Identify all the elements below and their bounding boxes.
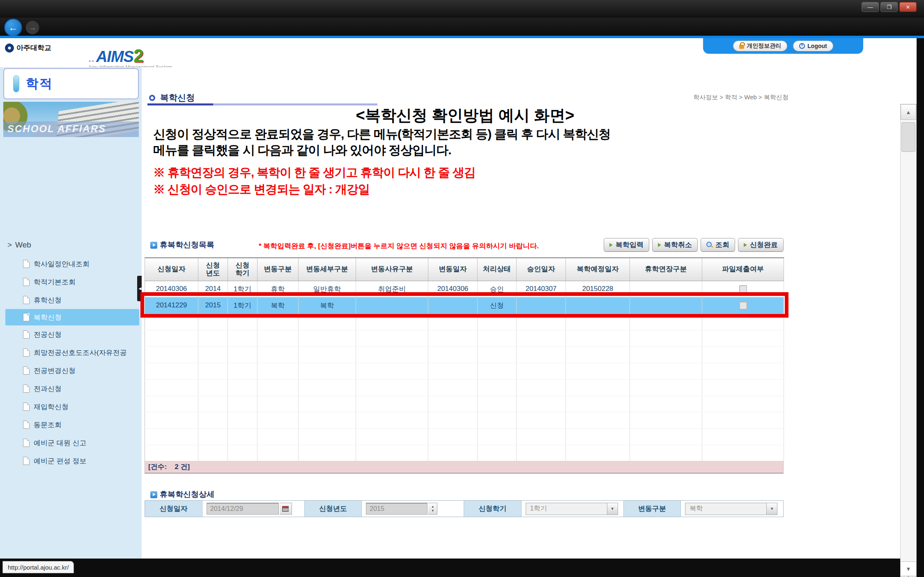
logout-button[interactable]: Logout bbox=[793, 41, 833, 51]
back-button[interactable]: ← bbox=[4, 18, 22, 37]
toolbar-button-1[interactable]: 복학취소 bbox=[652, 238, 698, 252]
sidebar-item-2[interactable]: 휴학신청 bbox=[0, 291, 142, 309]
select-2[interactable]: 1학기▼ bbox=[526, 503, 618, 515]
document-icon bbox=[23, 385, 30, 393]
empty-cell bbox=[198, 346, 228, 363]
empty-cell bbox=[517, 346, 566, 363]
photo-caption: SCHOOL AFFIARS bbox=[7, 123, 106, 135]
sidebar-item-6[interactable]: 전공변경신청 bbox=[0, 362, 142, 380]
scroll-thumb[interactable] bbox=[901, 122, 915, 152]
record-count: [건수: 2 건] bbox=[145, 461, 784, 474]
sidebar-item-0[interactable]: 학사일정안내조회 bbox=[0, 255, 142, 273]
chevron-down-icon: ▼ bbox=[607, 503, 618, 515]
minimize-button[interactable]: — bbox=[862, 2, 879, 12]
empty-cell bbox=[145, 396, 198, 412]
sidebar-item-9[interactable]: 동문조회 bbox=[0, 416, 142, 434]
empty-cell bbox=[145, 363, 198, 379]
empty-cell bbox=[257, 346, 299, 363]
list-warning: * 복학입력완료 후, [신청완료]버튼을 누르지 않으면 신청되지 않음을 유… bbox=[259, 241, 539, 251]
empty-cell bbox=[228, 412, 257, 428]
sidebar-item-4[interactable]: 전공신청 bbox=[0, 325, 142, 343]
document-icon bbox=[23, 278, 30, 286]
university-logo[interactable]: 아주대학교 bbox=[5, 43, 51, 53]
spinner-control[interactable]: ▲▼ bbox=[428, 503, 437, 515]
toolbar-button-label: 복학취소 bbox=[664, 240, 692, 250]
empty-cell bbox=[257, 330, 299, 346]
toolbar-button-3[interactable]: 신청완료 bbox=[738, 238, 784, 252]
sidebar-item-5[interactable]: 희망전공선호도조사(자유전공 bbox=[0, 343, 142, 362]
sidebar-item-8[interactable]: 재입학신청 bbox=[0, 398, 142, 416]
empty-cell bbox=[517, 428, 566, 445]
vertical-scrollbar[interactable]: ▲ ▼ bbox=[900, 104, 917, 577]
empty-row bbox=[145, 428, 784, 445]
university-name: 아주대학교 bbox=[16, 43, 51, 53]
empty-cell bbox=[702, 445, 784, 461]
sidebar-item-10[interactable]: 예비군 대원 신고 bbox=[0, 434, 142, 452]
close-button[interactable]: ✕ bbox=[899, 2, 917, 12]
empty-cell bbox=[145, 412, 198, 428]
sidebar-item-3[interactable]: 복학신청 bbox=[5, 309, 139, 325]
column-header-3: 변동구분 bbox=[257, 258, 299, 281]
aims2-logo[interactable]: .. AIMS2 Ajou Information Management Sys… bbox=[88, 46, 172, 70]
application-list-table: 신청일자신청 년도신청 학기변동구분변동세부구분변동사유구분변동일자처리상태승인… bbox=[145, 257, 784, 462]
sidebar-item-1[interactable]: 학적기본조회 bbox=[0, 273, 142, 291]
empty-cell bbox=[257, 412, 299, 428]
empty-cell bbox=[702, 363, 784, 379]
select-3[interactable]: 복학▼ bbox=[685, 503, 777, 515]
document-icon bbox=[23, 439, 30, 447]
empty-cell bbox=[517, 379, 566, 396]
empty-cell bbox=[356, 445, 428, 461]
empty-cell bbox=[198, 379, 228, 396]
maximize-button[interactable]: ❐ bbox=[880, 2, 898, 12]
sidebar-group-web[interactable]: > Web bbox=[7, 240, 31, 250]
year-input[interactable]: 2015 bbox=[366, 503, 428, 515]
empty-cell bbox=[566, 346, 630, 363]
empty-cell bbox=[356, 379, 428, 396]
empty-cell bbox=[428, 445, 478, 461]
sidebar-item-11[interactable]: 예비군 편성 정보 bbox=[0, 452, 142, 470]
table-row-highlighted[interactable]: 2014122920151학기복학복학신청 bbox=[145, 297, 784, 314]
status-bar-url: http://portal.ajou.ac.kr/ bbox=[2, 561, 74, 573]
notice-red1: ※ 휴학연장의 경우, 복학이 한 줄 생기고 휴학이 다시 한 줄 생김 bbox=[153, 165, 476, 181]
empty-cell bbox=[478, 379, 517, 396]
detail-title: 휴복학신청상세 bbox=[160, 489, 214, 500]
search-icon bbox=[706, 242, 713, 248]
sidebar-item-label: 재입학신청 bbox=[34, 402, 69, 412]
toolbar-button-2[interactable]: 조회 bbox=[701, 238, 735, 252]
empty-cell bbox=[566, 314, 630, 330]
forward-button[interactable]: → bbox=[25, 21, 39, 34]
document-icon bbox=[23, 403, 30, 411]
sidebar-item-label: 희망전공선호도조사(자유전공 bbox=[34, 348, 127, 357]
sidebar-menu: 학사일정안내조회학적기본조회휴학신청복학신청전공신청희망전공선호도조사(자유전공… bbox=[0, 255, 142, 470]
empty-row bbox=[145, 346, 784, 363]
empty-cell bbox=[566, 428, 630, 445]
privacy-button[interactable]: 개인정보관리 bbox=[733, 41, 787, 51]
table-row[interactable]: 2014030620141학기휴학일반휴학취업준비20140306승인20140… bbox=[145, 281, 784, 297]
detail-field-1: 2015▲▼ bbox=[362, 501, 464, 517]
toolbar-button-0[interactable]: 복학입력 bbox=[604, 238, 649, 252]
empty-cell bbox=[257, 363, 299, 379]
back-icon: ← bbox=[8, 22, 18, 33]
scroll-down-corner-icon[interactable]: ▼ bbox=[900, 561, 917, 576]
empty-row bbox=[145, 363, 784, 379]
forward-icon: → bbox=[29, 23, 36, 32]
scroll-up-icon[interactable]: ▲ bbox=[901, 104, 916, 120]
file-checkbox[interactable] bbox=[739, 285, 747, 293]
calendar-button[interactable] bbox=[280, 503, 292, 515]
empty-cell bbox=[517, 330, 566, 346]
notice-line2: 메뉴를 클릭했을 시 다음과 같이 나와 있어야 정상입니다. bbox=[153, 142, 451, 159]
university-emblem-icon bbox=[5, 44, 14, 53]
empty-cell bbox=[299, 314, 356, 330]
empty-cell bbox=[228, 445, 257, 461]
sidebar-item-7[interactable]: 전과신청 bbox=[0, 380, 142, 398]
empty-cell bbox=[517, 412, 566, 428]
empty-cell bbox=[198, 412, 228, 428]
date-input[interactable]: 2014/12/29 bbox=[207, 503, 279, 515]
empty-cell bbox=[702, 396, 784, 412]
empty-cell bbox=[356, 314, 428, 330]
sidebar-item-label: 학적기본조회 bbox=[34, 277, 76, 287]
file-checkbox[interactable] bbox=[739, 302, 747, 309]
empty-cell bbox=[630, 396, 702, 412]
empty-cell bbox=[299, 445, 356, 461]
empty-cell bbox=[356, 412, 428, 428]
